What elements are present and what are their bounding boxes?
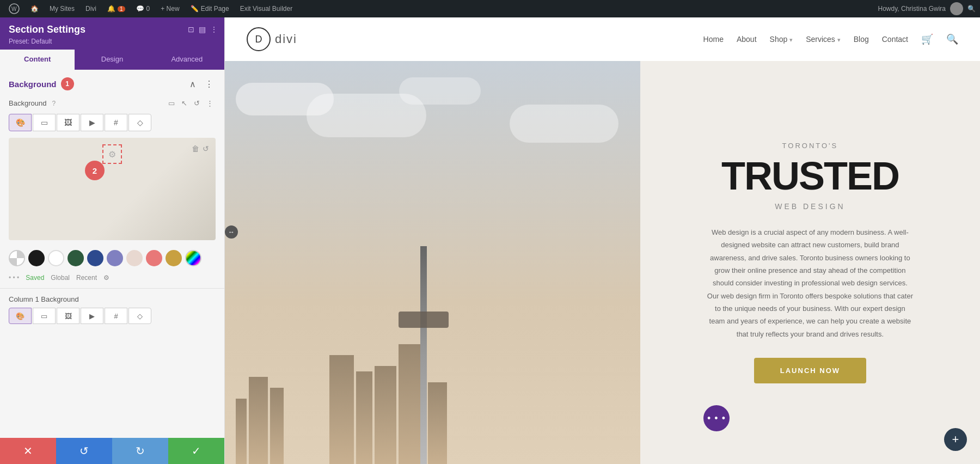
redo-button[interactable]: ↻ (112, 438, 168, 464)
bg-preview-actions: 🗑 ↺ (192, 144, 209, 153)
nav-blog[interactable]: Blog (854, 35, 869, 44)
gear-icon: ⚙ (108, 149, 116, 160)
columns-icon[interactable]: ▤ (199, 25, 206, 34)
tab-content[interactable]: Content (0, 50, 75, 70)
save-button[interactable]: ✓ (168, 438, 224, 464)
color-swatches (0, 245, 224, 272)
cursor-icon[interactable]: ↖ (179, 98, 189, 108)
col-bg-tabs: 🎨 ▭ 🖼 ▶ # ◇ (9, 308, 216, 324)
undo-button[interactable]: ↺ (56, 438, 112, 464)
hero-text-col: TORONTO'S TRUSTED WEB DESIGN Web design … (640, 61, 980, 464)
edit-page-label: Edit Page (201, 5, 229, 13)
building-8 (428, 382, 447, 464)
expand-icon[interactable]: ⊡ (188, 25, 194, 34)
tab-advanced[interactable]: Advanced (150, 50, 224, 70)
tab-design[interactable]: Design (75, 50, 149, 70)
search-icon[interactable]: 🔍 (946, 33, 958, 45)
notifications-item[interactable]: 🔔 1 (103, 0, 130, 17)
admin-search-icon[interactable]: 🔍 (967, 5, 976, 13)
comments-item[interactable]: 💬 0 (132, 0, 155, 17)
reset-icon[interactable]: ↺ (192, 98, 202, 108)
background-title: Background (9, 80, 57, 89)
delete-bg-icon[interactable]: 🗑 (192, 144, 199, 153)
nav-about[interactable]: About (737, 35, 757, 44)
more-bg-icon[interactable]: ⋮ (204, 98, 216, 108)
city-skyline (225, 262, 640, 464)
col-bg-type-video[interactable]: ▶ (81, 308, 103, 324)
panel-body: Background 1 ∧ ⋮ Background ? ▭ ↖ ↺ ⋮ (0, 70, 224, 438)
more-icon[interactable]: ⋮ (210, 25, 218, 34)
col-bg-section: Column 1 Background 🎨 ▭ 🖼 ▶ # ◇ (0, 288, 224, 328)
saved-label[interactable]: Saved (26, 274, 44, 282)
swatch-picker[interactable] (185, 250, 201, 266)
color-settings-icon[interactable]: ⚙ (103, 274, 109, 282)
swatch-black[interactable] (28, 250, 45, 266)
col-bg-type-image[interactable]: 🖼 (57, 308, 79, 324)
cancel-button[interactable]: ✕ (0, 438, 56, 464)
swatch-light-pink[interactable] (126, 250, 143, 266)
edit-page-item[interactable]: ✏️ Edit Page (186, 0, 234, 17)
my-sites-label: My Sites (50, 5, 75, 13)
swatch-medium-blue[interactable] (107, 250, 123, 266)
avatar[interactable] (950, 2, 963, 15)
swatch-white[interactable] (48, 250, 64, 266)
panel-header-icons: ⊡ ▤ ⋮ (188, 25, 218, 34)
bg-type-gradient[interactable]: ▭ (33, 114, 56, 131)
bg-type-color[interactable]: 🎨 (9, 114, 32, 131)
bg-type-pattern[interactable]: # (105, 114, 127, 131)
home-icon-item[interactable]: 🏠 (26, 0, 43, 17)
bg-type-video[interactable]: ▶ (81, 114, 103, 131)
more-swatches-button[interactable]: • • • (9, 274, 19, 282)
global-label[interactable]: Global (51, 274, 70, 282)
nav-contact[interactable]: Contact (882, 35, 908, 44)
col-bg-type-gradient[interactable]: ▭ (33, 308, 56, 324)
my-sites-item[interactable]: My Sites (45, 0, 79, 17)
bg-type-mask[interactable]: ◇ (128, 114, 151, 131)
float-plus-button[interactable]: + (944, 428, 967, 451)
wp-logo-item[interactable]: W (4, 0, 24, 17)
right-content: D divi Home About Shop ▾ Services ▾ Blog… (225, 17, 980, 464)
shop-chevron-icon: ▾ (789, 36, 793, 43)
cn-tower-body (420, 246, 427, 464)
color-footer: • • • Saved Global Recent ⚙ (0, 272, 224, 288)
services-chevron-icon: ▾ (837, 36, 841, 43)
swatch-gold[interactable] (166, 250, 182, 266)
recent-label[interactable]: Recent (76, 274, 97, 282)
nav-services[interactable]: Services ▾ (806, 35, 841, 44)
new-item[interactable]: + New (156, 0, 183, 17)
swatch-dark-green[interactable] (68, 250, 84, 266)
exit-builder-label: Exit Visual Builder (240, 5, 293, 13)
svg-text:W: W (11, 6, 17, 12)
float-dots-button[interactable]: • • • (703, 405, 730, 431)
swatch-dark-blue[interactable] (87, 250, 103, 266)
main-layout: Section Settings Preset: Default ⊡ ▤ ⋮ C… (0, 17, 980, 464)
cart-icon[interactable]: 🛒 (921, 33, 933, 45)
desktop-icon[interactable]: ▭ (166, 98, 177, 108)
swatch-salmon[interactable] (146, 250, 162, 266)
exit-builder-item[interactable]: Exit Visual Builder (236, 0, 297, 17)
logo-text: divi (275, 32, 297, 46)
bg-gear-button[interactable]: ⚙ (102, 144, 122, 164)
launch-now-button[interactable]: LAUNCH NOW (754, 358, 866, 383)
site-logo: D divi (247, 27, 297, 51)
help-icon[interactable]: ? (52, 100, 56, 107)
hero-title2: WEB DESIGN (775, 202, 845, 211)
site-nav: D divi Home About Shop ▾ Services ▾ Blog… (225, 17, 980, 61)
nav-shop[interactable]: Shop ▾ (770, 35, 793, 44)
col-bg-type-mask[interactable]: ◇ (128, 308, 151, 324)
bg-type-image[interactable]: 🖼 (57, 114, 79, 131)
col-bg-type-color[interactable]: 🎨 (9, 308, 32, 324)
panel-actions: ✕ ↺ ↻ ✓ (0, 438, 224, 464)
left-panel: Section Settings Preset: Default ⊡ ▤ ⋮ C… (0, 17, 225, 464)
col-bg-type-pattern[interactable]: # (105, 308, 127, 324)
nav-home[interactable]: Home (703, 35, 724, 44)
reset-bg-icon[interactable]: ↺ (203, 144, 209, 153)
panel-tabs: Content Design Advanced (0, 50, 224, 70)
collapse-button[interactable]: ∧ (187, 78, 198, 90)
comments-count: 0 (146, 5, 150, 13)
more-options-button[interactable]: ⋮ (203, 78, 216, 90)
swatch-transparent[interactable] (9, 250, 25, 266)
resize-handle[interactable]: ↔ (225, 225, 238, 239)
divi-item[interactable]: Divi (81, 0, 101, 17)
hero-bg-img (225, 61, 640, 464)
